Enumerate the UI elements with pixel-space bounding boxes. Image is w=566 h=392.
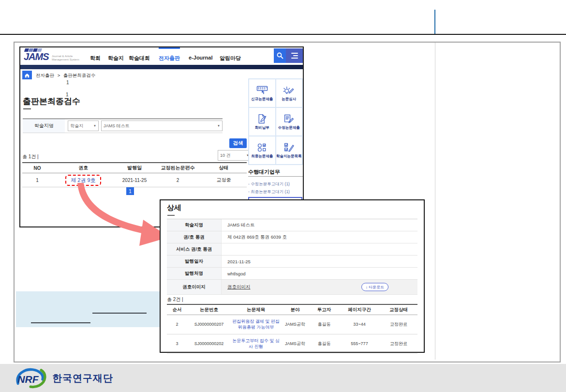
journal-name-label: 학술지명	[23, 119, 65, 133]
bulb-pencil-icon	[283, 85, 295, 96]
note-underline-1	[92, 313, 147, 314]
cell-pubdate: 2021-11-25	[114, 178, 155, 183]
col-submitter: 투고자	[309, 307, 339, 313]
keyboard-hand-icon	[256, 85, 268, 96]
breadcrumb-section[interactable]: 전자출판	[36, 73, 54, 78]
result-count: 총 1건 |	[22, 153, 39, 160]
col-corrected-count: 교정된논문편수	[155, 165, 201, 171]
svg-text:NRF: NRF	[17, 374, 39, 385]
breadcrumb: 전자출판 > 출판본최종검수	[36, 73, 97, 79]
task-revised-waiting[interactable]: - 수정논문투고대기 (1)	[248, 181, 290, 187]
article-title-link[interactable]: 편집위원장 결제 및 편집위원총평 가능여부	[231, 319, 281, 330]
checklist-pencil-icon	[283, 142, 295, 153]
page-title: 출판본최종검수	[23, 96, 80, 107]
article-title-link[interactable]: 논문투고부터 접수 및 심사 진행	[231, 338, 281, 349]
jams-logo[interactable]: JAMS Journal & Article Management System	[24, 48, 82, 64]
chevron-down-icon: ▼	[93, 124, 96, 127]
journal-type-select[interactable]: 학술지 ▼	[68, 121, 99, 131]
quick-menu-final-submission[interactable]: 최종논문제출	[249, 136, 275, 164]
search-icon	[276, 52, 284, 60]
jams-header: JAMS Journal & Article Management System…	[20, 47, 303, 65]
detail-row-image: 권호이미지 권호이미지 ↓ 다운로드	[167, 280, 417, 295]
search-button[interactable]	[274, 48, 286, 63]
cell-no: 1	[22, 178, 52, 183]
issue-link-highlighted[interactable]: 제 2권 9호	[65, 175, 101, 186]
col-page-range: 페이지구간	[339, 307, 380, 313]
article-row: 2 SJ0000000207 편집위원장 결제 및 편집위원총평 가능여부 JA…	[167, 315, 417, 334]
annotation-mark-1: 1	[66, 80, 69, 85]
jams-logo-tagline: Journal & Article Management System	[52, 55, 86, 61]
col-article-no: 논문번호	[187, 307, 231, 313]
footer-bar: NRF 한국연구재단	[0, 364, 566, 392]
table-row: 1 제 2권 9호 2021-11-25 2 교정중	[22, 173, 247, 187]
column-divider	[435, 43, 435, 360]
breadcrumb-separator: >	[58, 73, 60, 78]
col-pubdate: 발행일	[114, 165, 155, 171]
quick-menu-panel: 신규논문제출 논문심사 회비납부 수정논문제출	[248, 78, 303, 165]
pending-tasks-title: 수행대기업무	[248, 168, 280, 176]
issue-image-link[interactable]: 권호이미지	[227, 284, 251, 290]
quick-menu-membership-fee[interactable]: 회비납부	[249, 108, 275, 136]
articles-header-row: 순서 논문번호 논문제목 분야 투고자 페이지구간 교정상태	[167, 304, 417, 315]
col-correction-status: 교정상태	[380, 307, 417, 313]
column-divider-top-line	[434, 10, 435, 34]
detail-popup: 상세 학술지명JAMS 테스트 권/호 통권제 042권 869호 통권 603…	[160, 199, 425, 353]
quick-menu-journal-article-list[interactable]: 학술지논문목록	[276, 136, 302, 164]
search-form: 학술지명 학술지 ▼ JAMS 테스트 ▼	[23, 119, 223, 133]
chevron-down-icon: ▼	[217, 124, 220, 127]
quick-menu-new-submission[interactable]: 신규논문제출	[249, 79, 275, 107]
col-article-title: 논문제목	[231, 307, 281, 313]
search-submit-button[interactable]: 검색	[229, 138, 247, 148]
col-issue: 권호	[52, 165, 114, 171]
breadcrumb-page: 출판본최종검수	[63, 73, 96, 78]
org-name: 한국연구재단	[52, 372, 113, 385]
detail-row: 발행일자2021-11-25	[167, 256, 417, 268]
detail-row: 발행처명whtlsgod	[167, 268, 417, 280]
journal-select[interactable]: JAMS 테스트 ▼	[101, 121, 223, 131]
detail-row: 권/호 통권제 042권 869호 통권 6039 호	[167, 231, 417, 243]
header-navy-strip	[20, 65, 303, 69]
nrf-logo: NRF 한국연구재단	[14, 367, 113, 389]
article-row: 3 SJ0000000202 논문투고부터 접수 및 심사 진행 JAMS공학 …	[167, 334, 417, 354]
nrf-swoosh-icon: NRF	[14, 367, 48, 389]
detail-table: 학술지명JAMS 테스트 권/호 통권제 042권 869호 통권 6039 호…	[167, 219, 417, 295]
top-horizontal-rule	[0, 34, 566, 35]
detail-row: 서비스 권/호 통권	[167, 243, 417, 256]
cell-corrected-count: 2	[155, 178, 201, 183]
col-status: 상태	[201, 165, 247, 171]
article-count: 총 2건 |	[167, 296, 183, 303]
pagination-page-1[interactable]: 1	[126, 187, 134, 195]
hamburger-icon	[291, 53, 298, 54]
document-pencil-icon	[283, 114, 295, 124]
faces-checkbox-icon	[256, 142, 268, 153]
home-icon	[24, 73, 30, 78]
note-underline-2	[31, 322, 90, 323]
page-title-underline	[23, 108, 31, 109]
table-header-row: NO 권호 발행일 교정된논문편수 상태	[22, 162, 247, 173]
task-final-waiting[interactable]: - 최종논문투고대기 (1)	[248, 189, 290, 195]
popup-title-underline	[167, 215, 175, 216]
issue-list-table: NO 권호 발행일 교정된논문편수 상태 1 제 2권 9호 2021-11-2…	[22, 162, 247, 187]
articles-table: 순서 논문번호 논문제목 분야 투고자 페이지구간 교정상태 2 SJ00000…	[167, 304, 417, 354]
col-order: 순서	[167, 307, 187, 313]
paper-feather-icon	[256, 114, 268, 124]
page-size-select[interactable]: 10 건 ▼	[218, 150, 252, 161]
popup-title: 상세	[167, 203, 181, 212]
hamburger-menu-button[interactable]	[286, 48, 303, 63]
jams-logo-text: JAMS	[24, 51, 49, 62]
cell-status: 교정중	[201, 177, 247, 183]
col-field: 분야	[281, 307, 309, 313]
quick-menu-revised-submission[interactable]: 수정논문제출	[276, 108, 302, 136]
quick-menu-review[interactable]: 논문심사	[276, 79, 302, 107]
detail-row: 학술지명JAMS 테스트	[167, 219, 417, 231]
note-box	[16, 291, 161, 327]
col-no: NO	[22, 166, 52, 171]
download-button[interactable]: ↓ 다운로드	[361, 283, 388, 291]
pending-tasks-divider	[248, 176, 303, 177]
home-button[interactable]	[22, 71, 32, 79]
